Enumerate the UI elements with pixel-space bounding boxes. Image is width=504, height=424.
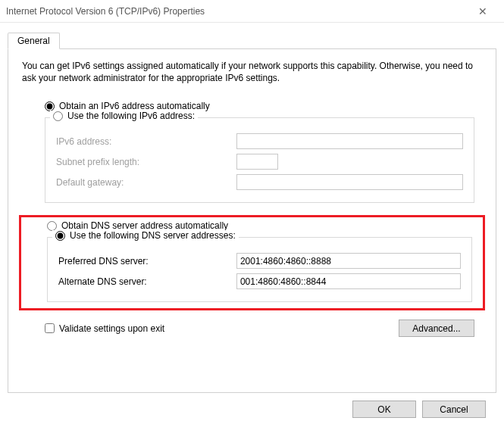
tab-general[interactable]: General	[8, 33, 60, 49]
cancel-button[interactable]: Cancel	[422, 401, 486, 418]
tab-panel-general: You can get IPv6 settings assigned autom…	[8, 48, 496, 393]
dns-highlight-annotation: Obtain DNS server address automatically …	[19, 215, 485, 310]
validate-label: Validate settings upon exit	[59, 323, 164, 334]
alternate-dns-label: Alternate DNS server:	[58, 276, 230, 287]
intro-text: You can get IPv6 settings assigned autom…	[22, 60, 482, 84]
titlebar: Internet Protocol Version 6 (TCP/IPv6) P…	[0, 0, 504, 23]
ipv6-address-field	[236, 133, 463, 149]
ipv6-properties-window: Internet Protocol Version 6 (TCP/IPv6) P…	[0, 0, 504, 424]
subnet-prefix-label: Subnet prefix length:	[56, 157, 230, 167]
ipv6-address-label: IPv6 address:	[56, 136, 230, 147]
alternate-dns-field[interactable]	[236, 273, 461, 289]
window-title: Internet Protocol Version 6 (TCP/IPv6) P…	[6, 6, 468, 17]
validate-row: Validate settings upon exit Advanced...	[45, 320, 474, 337]
ip-group: Use the following IPv6 address: IPv6 add…	[45, 117, 474, 203]
radio-ip-manual-row[interactable]: Use the following IPv6 address:	[50, 111, 198, 121]
radio-dns-manual[interactable]	[55, 231, 65, 241]
dns-group: Use the following DNS server addresses: …	[47, 237, 472, 302]
validate-checkbox[interactable]	[45, 323, 55, 333]
default-gateway-label: Default gateway:	[56, 177, 230, 188]
subnet-prefix-field	[236, 154, 278, 170]
content-area: General You can get IPv6 settings assign…	[0, 23, 504, 424]
radio-dns-manual-row[interactable]: Use the following DNS server addresses:	[52, 230, 239, 241]
radio-dns-manual-label: Use the following DNS server addresses:	[70, 230, 236, 241]
ok-button[interactable]: OK	[352, 401, 416, 418]
radio-dns-auto-row[interactable]: Obtain DNS server address automatically	[47, 220, 480, 231]
advanced-button[interactable]: Advanced...	[399, 320, 474, 337]
radio-ip-manual[interactable]	[53, 111, 63, 121]
close-icon[interactable]: ✕	[468, 5, 498, 17]
radio-ip-auto-row[interactable]: Obtain an IPv6 address automatically	[45, 101, 482, 111]
validate-checkbox-row[interactable]: Validate settings upon exit	[45, 323, 164, 334]
tab-strip: General	[8, 30, 496, 48]
dialog-footer: OK Cancel	[8, 393, 496, 424]
radio-ip-manual-label: Use the following IPv6 address:	[67, 111, 195, 121]
default-gateway-field	[236, 174, 463, 190]
radio-ip-auto-label: Obtain an IPv6 address automatically	[59, 101, 210, 111]
radio-ip-auto[interactable]	[45, 101, 55, 111]
radio-dns-auto-label: Obtain DNS server address automatically	[61, 220, 228, 231]
radio-dns-auto[interactable]	[47, 221, 57, 231]
preferred-dns-label: Preferred DNS server:	[58, 256, 230, 267]
preferred-dns-field[interactable]	[236, 253, 461, 269]
